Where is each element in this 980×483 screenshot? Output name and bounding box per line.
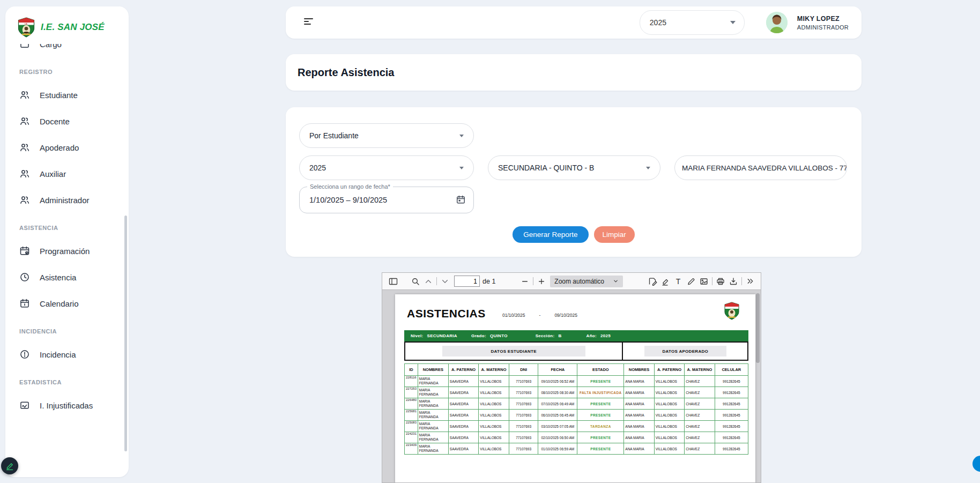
title-card: Reporte Asistencia <box>286 54 862 91</box>
clear-button[interactable]: Limpiar <box>594 226 635 243</box>
year-field-value: 2025 <box>309 164 326 172</box>
sidebar-item-estudiante[interactable]: Estudiante <box>19 88 129 101</box>
table-cell: 77107693 <box>509 398 538 410</box>
pdf-canvas-area[interactable]: ASISTENCIAS 01/10/2025 - 09/10/2025 Nive… <box>382 290 761 482</box>
chevron-down-icon <box>730 21 736 24</box>
calendar-icon <box>19 298 30 309</box>
table-cell: PRESENTE <box>577 443 624 455</box>
sidebar-item-label: Auxiliar <box>40 169 66 179</box>
table-cell: ANA MARIA <box>624 387 654 398</box>
search-icon[interactable] <box>409 275 422 288</box>
pdf-scrollbar[interactable] <box>756 293 760 363</box>
table-column-header: FECHA <box>538 364 577 376</box>
sidebar-item-incidencia[interactable]: Incidencia <box>19 348 129 361</box>
sidebar-item-cargo[interactable]: Cargo <box>19 44 129 50</box>
table-cell: CHAVEZ <box>685 387 715 398</box>
generate-report-button[interactable]: Generar Reporte <box>513 226 588 243</box>
highlighter-tool-icon[interactable] <box>659 275 672 288</box>
table-cell: 08/10/2025 08:30 AM <box>538 387 577 398</box>
zoom-out-icon[interactable] <box>518 275 531 288</box>
table-column-header: NOMBRES <box>418 364 448 376</box>
sidebar-item-calendario[interactable]: Calendario <box>19 297 129 310</box>
table-row: 226480MARIA FERNANDASAAVEDRAVILLALOBOS77… <box>405 398 748 410</box>
signature-tool-icon[interactable] <box>646 275 659 288</box>
sidebar-item-programacion[interactable]: Programación <box>19 244 129 257</box>
table-column-header: ID <box>405 364 418 376</box>
zoom-in-icon[interactable] <box>535 275 548 288</box>
download-icon[interactable] <box>727 275 740 288</box>
report-type-select[interactable]: Por Estudiante <box>299 123 474 148</box>
table-cell: 228116 <box>405 376 418 387</box>
table-cell: PRESENTE <box>577 410 624 421</box>
doc-date-to: 09/10/2025 <box>554 313 577 318</box>
table-cell: SAAVEDRA <box>448 421 478 432</box>
sidebar-item-asistencia[interactable]: Asistencia <box>19 271 129 284</box>
draw-tool-icon[interactable] <box>685 275 697 288</box>
doc-group-headers: DATOS ESTUDIANTE DATOS APODERADO <box>404 341 748 361</box>
people-icon <box>19 90 30 100</box>
avatar[interactable] <box>766 12 788 33</box>
date-range-field[interactable]: Selecciona un rango de fecha* 1/10/2025 … <box>299 187 474 213</box>
table-cell: CHAVEZ <box>685 376 715 387</box>
section-label-registro: REGISTRO <box>19 69 129 75</box>
text-tool-icon[interactable]: T <box>672 275 685 288</box>
table-cell: 09/10/2025 06:52 AM <box>538 376 577 387</box>
page-number-input[interactable] <box>454 276 480 287</box>
section-label-incidencia: INCIDENCIA <box>19 328 129 335</box>
table-column-header: NOMBRES <box>624 364 654 376</box>
user-info[interactable]: MIKY LOPEZ ADMINISTRADOR <box>797 15 849 31</box>
sidebar-item-administrador[interactable]: Administrador <box>19 194 129 206</box>
menu-toggle-icon[interactable] <box>304 18 313 26</box>
tools-menu-icon[interactable] <box>744 275 756 288</box>
sidebar-item-docente[interactable]: Docente <box>19 115 129 128</box>
table-cell: ANA MARIA <box>624 421 654 432</box>
table-cell: CHAVEZ <box>685 410 715 421</box>
date-range-label: Selecciona un rango de fecha* <box>307 183 393 190</box>
section-select[interactable]: SECUNDARIA - QUINTO - B <box>488 155 660 180</box>
logo-text: I.E. SAN JOSÉ <box>41 22 105 33</box>
chevron-down-icon <box>646 167 650 169</box>
table-cell: MARIA FERNANDA <box>418 421 448 432</box>
chevron-down-icon <box>459 167 464 169</box>
chevron-down-icon <box>613 278 619 284</box>
calendar-picker-icon[interactable] <box>456 195 466 205</box>
table-cell: 77107693 <box>509 376 538 387</box>
floating-action-button[interactable] <box>972 456 980 472</box>
year-field-select[interactable]: 2025 <box>299 155 474 180</box>
sidebar-toggle-icon[interactable] <box>387 275 399 288</box>
previous-page-icon[interactable] <box>422 275 435 288</box>
doc-title: ASISTENCIAS <box>407 307 486 320</box>
date-range-value: 1/10/2025 – 9/10/2025 <box>309 196 387 204</box>
table-column-header: DNI <box>509 364 538 376</box>
sidebar-item-label: Calendario <box>40 299 79 308</box>
image-tool-icon[interactable] <box>697 275 710 288</box>
edit-fab-button[interactable] <box>1 457 18 474</box>
table-cell: ANA MARIA <box>624 432 654 443</box>
table-cell: 06/10/2025 06:45 AM <box>538 410 577 421</box>
table-cell: VILLALOBOS <box>654 376 684 387</box>
table-cell: 991282645 <box>715 432 748 443</box>
clock-icon <box>19 272 30 283</box>
student-input[interactable]: MARIA FERNANDA SAAVEDRA VILLALOBOS - 771… <box>674 155 847 180</box>
year-select[interactable]: 2025 <box>640 10 745 35</box>
table-cell: 225083 <box>405 421 418 432</box>
next-page-icon[interactable] <box>439 275 451 288</box>
page-count: de 1 <box>482 278 495 285</box>
table-cell: VILLALOBOS <box>654 443 684 455</box>
app-logo: I.E. I.E. SAN JOSÉ <box>5 6 129 38</box>
table-cell: 01/10/2025 06:59 AM <box>538 443 577 455</box>
doc-info-bar: Nivel:SECUNDARIA Grado:QUINTO Sección:B … <box>404 330 748 341</box>
sidebar-item-auxiliar[interactable]: Auxiliar <box>19 167 129 180</box>
table-cell: 991282645 <box>715 398 748 410</box>
table-cell: 223439 <box>405 443 418 455</box>
table-cell: MARIA FERNANDA <box>418 398 448 410</box>
zoom-level-select[interactable]: Zoom automático <box>550 276 623 287</box>
sidebar-item-injustificadas[interactable]: I. Injustificadas <box>19 399 129 412</box>
pdf-page: ASISTENCIAS 01/10/2025 - 09/10/2025 Nive… <box>395 294 755 482</box>
table-column-header: A. PATERNO <box>448 364 478 376</box>
print-icon[interactable] <box>714 275 727 288</box>
sidebar-item-apoderado[interactable]: Apoderado <box>19 141 129 154</box>
table-cell: CHAVEZ <box>685 398 715 410</box>
table-cell: VILLALOBOS <box>654 421 684 432</box>
sidebar-scrollbar[interactable] <box>124 216 127 451</box>
